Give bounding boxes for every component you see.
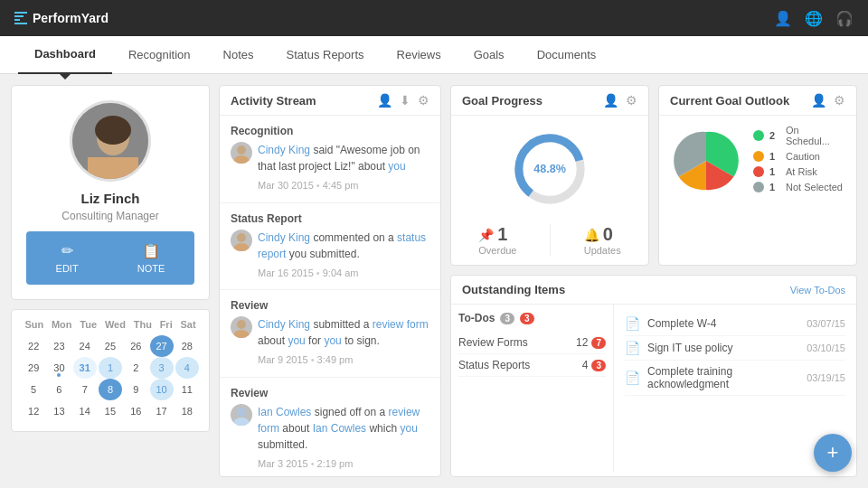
- cal-cell[interactable]: 1: [99, 357, 122, 379]
- todos-count-badge-red: 3: [520, 313, 534, 324]
- nav-recognition[interactable]: Recognition: [112, 36, 207, 74]
- cal-cell[interactable]: 4: [175, 357, 199, 379]
- cal-cell[interactable]: 7: [73, 379, 97, 400]
- activity-item-body: Cindy King said "Awesome job on that las…: [231, 142, 429, 193]
- note-button[interactable]: 📋 NOTE: [137, 242, 165, 274]
- activity-time: Mar 9 2015 • 3:49 pm: [258, 352, 429, 368]
- main-navigation: Dashboard Recognition Notes Status Repor…: [0, 36, 868, 74]
- goal-outlook-title: Current Goal Outlook: [670, 94, 811, 108]
- main-content: Liz Finch Consulting Manager ✏ EDIT 📋 NO…: [0, 74, 868, 488]
- nav-notes[interactable]: Notes: [207, 36, 270, 74]
- file-item-training: 📄 Complete training acknowledgment 03/19…: [625, 361, 845, 396]
- settings-icon[interactable]: ⚙: [626, 93, 637, 108]
- goal-progress-card: Goal Progress 👤 ⚙ 48.8%: [450, 85, 649, 266]
- todo-item-status-reports[interactable]: Status Reports 4 3: [458, 354, 606, 377]
- legend-caution: 1 Caution: [753, 151, 845, 162]
- cal-cell[interactable]: 29: [22, 357, 45, 379]
- activity-stream-icons: 👤 ⬇ ⚙: [377, 93, 429, 108]
- cal-cell[interactable]: 5: [22, 379, 45, 400]
- cal-cell[interactable]: 12: [22, 400, 45, 422]
- file-item-it-policy: 📄 Sign IT use policy 03/10/15: [625, 336, 845, 361]
- activity-link-you[interactable]: you: [388, 160, 405, 173]
- cal-cell-dot[interactable]: 30: [47, 357, 71, 379]
- cal-cell[interactable]: 6: [47, 379, 71, 400]
- todo-count-num: 4: [582, 359, 589, 371]
- activity-link-you4[interactable]: you: [400, 422, 417, 435]
- cal-cell[interactable]: 10: [150, 379, 174, 400]
- calendar-header: Sun Mon Tue Wed Thu Fri Sat: [21, 319, 200, 330]
- download-icon[interactable]: ⬇: [400, 93, 410, 108]
- activity-time: Mar 3 2015 • 2:19 pm: [258, 456, 429, 472]
- legend-on-schedule: 2 On Schedul...: [753, 125, 845, 146]
- app-name: PerformYard: [33, 11, 108, 25]
- activity-section-label: Recognition: [231, 125, 429, 137]
- cal-cell[interactable]: 13: [47, 400, 71, 422]
- nav-status-reports[interactable]: Status Reports: [270, 36, 381, 74]
- activity-text: Cindy King said "Awesome job on that las…: [258, 142, 429, 193]
- view-todos-link[interactable]: View To-Dos: [790, 285, 845, 296]
- profile-card: Liz Finch Consulting Manager ✏ EDIT 📋 NO…: [11, 85, 210, 300]
- headset-icon[interactable]: 🎧: [835, 10, 854, 27]
- user-name: Liz Finch: [26, 191, 194, 206]
- globe-icon[interactable]: 🌐: [805, 10, 823, 27]
- action-bar: ✏ EDIT 📋 NOTE: [26, 231, 194, 285]
- cal-cell-selected[interactable]: 8: [99, 379, 122, 400]
- stat-divider: [550, 224, 551, 256]
- calendar-card: Sun Mon Tue Wed Thu Fri Sat 22 23 24 25 …: [11, 309, 210, 432]
- activity-avatar: [231, 316, 252, 338]
- goal-outlook-card: Current Goal Outlook 👤 ⚙: [658, 85, 857, 266]
- activity-link-you3[interactable]: you: [324, 334, 341, 347]
- cal-cell[interactable]: 25: [99, 335, 122, 357]
- cal-cell[interactable]: 22: [22, 335, 45, 357]
- cal-cell-selected[interactable]: 27: [150, 335, 174, 357]
- cal-cell[interactable]: 9: [124, 379, 147, 400]
- cal-cell[interactable]: 18: [175, 400, 199, 422]
- nav-documents[interactable]: Documents: [521, 36, 613, 74]
- goal-outlook-header: Current Goal Outlook 👤 ⚙: [659, 86, 856, 116]
- nav-goals[interactable]: Goals: [458, 36, 521, 74]
- svg-point-6: [233, 155, 250, 164]
- activity-link-ian2[interactable]: Ian Cowles: [313, 422, 366, 435]
- calendar-week-4: 12 13 14 15 16 17 18: [21, 400, 200, 422]
- todo-panel: To-Dos 3 3 Review Forms 12 7 Status Repo…: [451, 305, 614, 473]
- goal-updates-stat: 🔔 0 Updates: [584, 224, 621, 256]
- activity-link-review-form[interactable]: review form: [373, 318, 429, 331]
- cal-cell-today[interactable]: 31: [73, 357, 97, 379]
- person-add-icon[interactable]: 👤: [377, 93, 392, 108]
- nav-dashboard[interactable]: Dashboard: [18, 36, 112, 74]
- cal-cell[interactable]: 11: [175, 379, 199, 400]
- activity-link-cindy3[interactable]: Cindy King: [258, 318, 310, 331]
- cal-day-fri: Fri: [160, 319, 173, 330]
- fab-add-button[interactable]: +: [814, 434, 852, 472]
- activity-link-cindy[interactable]: Cindy King: [258, 144, 310, 156]
- todo-item-review-forms[interactable]: Review Forms 12 7: [458, 332, 606, 354]
- nav-reviews[interactable]: Reviews: [381, 36, 458, 74]
- cal-cell[interactable]: 14: [73, 400, 97, 422]
- svg-rect-4: [88, 157, 138, 182]
- activity-link-cindy2[interactable]: Cindy King: [258, 231, 310, 244]
- activity-link-ian[interactable]: Ian Cowles: [258, 406, 311, 418]
- todos-header: To-Dos 3 3: [458, 312, 606, 324]
- settings-icon-2[interactable]: ⚙: [834, 93, 845, 108]
- cal-cell[interactable]: 26: [124, 335, 147, 357]
- cal-cell[interactable]: 28: [175, 335, 199, 357]
- cal-cell[interactable]: 17: [150, 400, 174, 422]
- person-icon[interactable]: 👤: [603, 93, 618, 108]
- activity-item-body: Ian Cowles signed off on a review form a…: [231, 404, 429, 472]
- activity-link-you2[interactable]: you: [288, 334, 305, 347]
- person-icon[interactable]: 👤: [774, 10, 792, 27]
- updates-label: Updates: [584, 245, 621, 256]
- file-date: 03/19/15: [807, 372, 845, 383]
- cal-cell[interactable]: 24: [73, 335, 97, 357]
- cal-cell[interactable]: 15: [99, 400, 122, 422]
- activity-stream-card: Activity Stream 👤 ⬇ ⚙ Recognition Cindy …: [219, 85, 441, 477]
- cal-cell[interactable]: 23: [47, 335, 71, 357]
- edit-button[interactable]: ✏ EDIT: [56, 242, 79, 274]
- cal-cell[interactable]: 3: [150, 357, 174, 379]
- settings-icon[interactable]: ⚙: [418, 93, 429, 108]
- cal-cell[interactable]: 16: [124, 400, 147, 422]
- activity-item-recognition: Recognition Cindy King said "Awesome job…: [220, 116, 440, 203]
- person-icon-2[interactable]: 👤: [811, 93, 826, 108]
- cal-cell[interactable]: 2: [124, 357, 147, 379]
- top-navigation: PerformYard 👤 🌐 🎧: [0, 0, 868, 36]
